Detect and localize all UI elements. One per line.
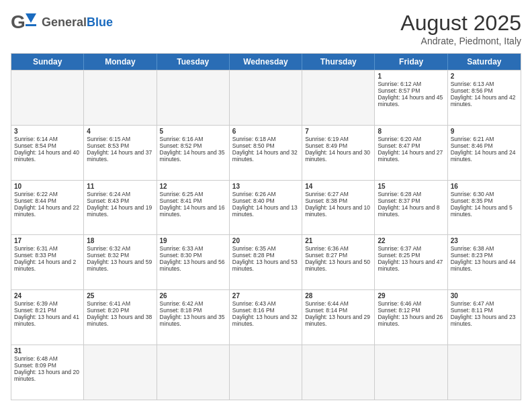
day-cell-4: 4Sunrise: 6:15 AM Sunset: 8:53 PM Daylig…	[84, 126, 157, 180]
day-number-17: 17	[14, 237, 81, 244]
day-cell-5: 5Sunrise: 6:16 AM Sunset: 8:52 PM Daylig…	[157, 126, 230, 180]
logo-icon: G GeneralBlue	[11, 11, 113, 35]
day-cell-2: 2Sunrise: 6:13 AM Sunset: 8:56 PM Daylig…	[448, 71, 521, 125]
week-row-1: 1Sunrise: 6:12 AM Sunset: 8:57 PM Daylig…	[11, 70, 521, 125]
svg-rect-2	[26, 24, 36, 26]
day-number-30: 30	[451, 292, 518, 300]
empty-cell-5-6	[448, 345, 521, 400]
day-cell-15: 15Sunrise: 6:28 AM Sunset: 8:37 PM Dayli…	[375, 181, 447, 235]
day-cell-7: 7Sunrise: 6:19 AM Sunset: 8:49 PM Daylig…	[302, 126, 375, 180]
day-cell-10: 10Sunrise: 6:22 AM Sunset: 8:44 PM Dayli…	[11, 181, 84, 235]
day-number-31: 31	[14, 347, 81, 355]
day-cell-11: 11Sunrise: 6:24 AM Sunset: 8:43 PM Dayli…	[84, 181, 157, 235]
day-cell-30: 30Sunrise: 6:47 AM Sunset: 8:11 PM Dayli…	[448, 290, 521, 345]
day-number-29: 29	[378, 292, 444, 300]
day-number-19: 19	[160, 237, 226, 244]
day-info-2: Sunrise: 6:13 AM Sunset: 8:56 PM Dayligh…	[451, 81, 516, 107]
day-cell-6: 6Sunrise: 6:18 AM Sunset: 8:50 PM Daylig…	[230, 126, 302, 180]
header-cell-tuesday: Tuesday	[157, 54, 230, 70]
day-info-12: Sunrise: 6:25 AM Sunset: 8:41 PM Dayligh…	[160, 191, 225, 218]
week-row-6: 31Sunrise: 6:48 AM Sunset: 8:09 PM Dayli…	[11, 345, 521, 400]
day-info-31: Sunrise: 6:48 AM Sunset: 8:09 PM Dayligh…	[14, 355, 79, 382]
header-cell-monday: Monday	[84, 54, 157, 70]
day-number-13: 13	[232, 183, 299, 190]
day-cell-12: 12Sunrise: 6:25 AM Sunset: 8:41 PM Dayli…	[157, 181, 230, 235]
day-cell-31: 31Sunrise: 6:48 AM Sunset: 8:09 PM Dayli…	[11, 345, 84, 400]
page: G GeneralBlue August 2025 Andrate, Piedm…	[0, 0, 532, 411]
logo-text-block: GeneralBlue	[42, 16, 113, 30]
day-number-2: 2	[451, 73, 518, 80]
title-block: August 2025 Andrate, Piedmont, Italy	[400, 11, 521, 46]
day-info-4: Sunrise: 6:15 AM Sunset: 8:53 PM Dayligh…	[87, 136, 152, 163]
empty-cell-5-4	[302, 345, 375, 400]
day-cell-13: 13Sunrise: 6:26 AM Sunset: 8:40 PM Dayli…	[230, 181, 302, 235]
day-number-11: 11	[87, 183, 153, 190]
header: G GeneralBlue August 2025 Andrate, Piedm…	[11, 11, 521, 46]
day-number-25: 25	[87, 292, 153, 300]
day-number-23: 23	[451, 237, 518, 244]
day-number-21: 21	[305, 237, 371, 244]
day-number-9: 9	[451, 128, 518, 135]
day-cell-20: 20Sunrise: 6:35 AM Sunset: 8:28 PM Dayli…	[230, 235, 302, 289]
day-cell-27: 27Sunrise: 6:43 AM Sunset: 8:16 PM Dayli…	[230, 290, 302, 345]
day-number-10: 10	[14, 183, 81, 190]
day-info-30: Sunrise: 6:47 AM Sunset: 8:11 PM Dayligh…	[451, 300, 516, 327]
day-info-17: Sunrise: 6:31 AM Sunset: 8:33 PM Dayligh…	[14, 245, 76, 272]
empty-cell-0-4	[302, 71, 375, 125]
day-number-22: 22	[378, 237, 444, 244]
logo-blue: Blue	[87, 15, 113, 29]
day-info-20: Sunrise: 6:35 AM Sunset: 8:28 PM Dayligh…	[232, 245, 298, 272]
day-info-9: Sunrise: 6:21 AM Sunset: 8:46 PM Dayligh…	[451, 136, 516, 163]
day-cell-16: 16Sunrise: 6:30 AM Sunset: 8:35 PM Dayli…	[448, 181, 521, 235]
day-info-13: Sunrise: 6:26 AM Sunset: 8:40 PM Dayligh…	[232, 191, 298, 218]
day-number-15: 15	[378, 183, 444, 190]
day-info-8: Sunrise: 6:20 AM Sunset: 8:47 PM Dayligh…	[378, 136, 443, 163]
day-info-5: Sunrise: 6:16 AM Sunset: 8:52 PM Dayligh…	[160, 136, 225, 163]
header-cell-thursday: Thursday	[302, 54, 375, 70]
day-info-27: Sunrise: 6:43 AM Sunset: 8:16 PM Dayligh…	[232, 300, 298, 327]
day-cell-26: 26Sunrise: 6:42 AM Sunset: 8:18 PM Dayli…	[157, 290, 230, 345]
day-cell-9: 9Sunrise: 6:21 AM Sunset: 8:46 PM Daylig…	[448, 126, 521, 180]
empty-cell-0-1	[84, 71, 157, 125]
logo-general: General	[42, 15, 87, 29]
logo-svg: G	[11, 11, 39, 35]
empty-cell-5-2	[157, 345, 230, 400]
day-info-10: Sunrise: 6:22 AM Sunset: 8:44 PM Dayligh…	[14, 191, 79, 218]
day-info-3: Sunrise: 6:14 AM Sunset: 8:54 PM Dayligh…	[14, 136, 79, 163]
day-number-16: 16	[451, 183, 518, 190]
calendar-title: August 2025	[400, 11, 521, 36]
day-info-22: Sunrise: 6:37 AM Sunset: 8:25 PM Dayligh…	[378, 245, 443, 272]
day-info-25: Sunrise: 6:41 AM Sunset: 8:20 PM Dayligh…	[87, 300, 152, 327]
logo: G GeneralBlue	[11, 11, 113, 35]
day-cell-22: 22Sunrise: 6:37 AM Sunset: 8:25 PM Dayli…	[375, 235, 447, 289]
day-cell-28: 28Sunrise: 6:44 AM Sunset: 8:14 PM Dayli…	[302, 290, 375, 345]
day-info-28: Sunrise: 6:44 AM Sunset: 8:14 PM Dayligh…	[305, 300, 370, 327]
day-info-7: Sunrise: 6:19 AM Sunset: 8:49 PM Dayligh…	[305, 136, 370, 163]
day-number-18: 18	[87, 237, 153, 244]
week-row-3: 10Sunrise: 6:22 AM Sunset: 8:44 PM Dayli…	[11, 180, 521, 235]
svg-text:G: G	[11, 11, 26, 32]
day-number-27: 27	[232, 292, 299, 300]
day-cell-3: 3Sunrise: 6:14 AM Sunset: 8:54 PM Daylig…	[11, 126, 84, 180]
day-number-4: 4	[87, 128, 153, 135]
day-number-28: 28	[305, 292, 371, 300]
week-row-4: 17Sunrise: 6:31 AM Sunset: 8:33 PM Dayli…	[11, 234, 521, 289]
day-number-8: 8	[378, 128, 444, 135]
week-row-2: 3Sunrise: 6:14 AM Sunset: 8:54 PM Daylig…	[11, 125, 521, 180]
empty-cell-0-3	[230, 71, 302, 125]
day-cell-29: 29Sunrise: 6:46 AM Sunset: 8:12 PM Dayli…	[375, 290, 447, 345]
day-info-19: Sunrise: 6:33 AM Sunset: 8:30 PM Dayligh…	[160, 245, 225, 272]
day-number-1: 1	[378, 73, 444, 80]
day-number-3: 3	[14, 128, 81, 135]
day-info-23: Sunrise: 6:38 AM Sunset: 8:23 PM Dayligh…	[451, 245, 516, 272]
day-cell-21: 21Sunrise: 6:36 AM Sunset: 8:27 PM Dayli…	[302, 235, 375, 289]
day-info-18: Sunrise: 6:32 AM Sunset: 8:32 PM Dayligh…	[87, 245, 152, 272]
day-number-12: 12	[160, 183, 226, 190]
empty-cell-5-1	[84, 345, 157, 400]
day-number-14: 14	[305, 183, 371, 190]
day-number-7: 7	[305, 128, 371, 135]
svg-marker-1	[26, 13, 36, 23]
header-cell-sunday: Sunday	[11, 54, 84, 70]
empty-cell-0-0	[11, 71, 84, 125]
header-cell-saturday: Saturday	[448, 54, 521, 70]
